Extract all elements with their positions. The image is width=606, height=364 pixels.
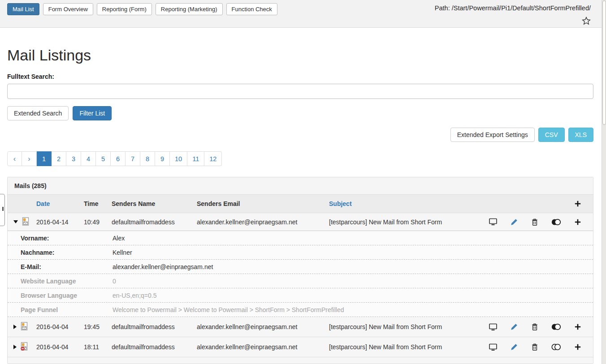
mail-record-hidden-icon[interactable] xyxy=(21,342,28,352)
csv-export-button[interactable]: CSV xyxy=(538,128,565,142)
view-mail-icon[interactable] xyxy=(489,218,497,226)
filter-list-button[interactable]: Filter List xyxy=(73,106,112,120)
fulltext-search-label: Fulltext Search: xyxy=(7,73,593,80)
mail-sender-name: defaultmailfromaddess xyxy=(112,343,197,351)
mail-row[interactable]: 2016-04-04 18:11 defaultmailfromaddess a… xyxy=(8,337,593,357)
expand-caret-icon[interactable] xyxy=(13,345,17,349)
mail-date: 2016-04-04 xyxy=(36,343,84,351)
mail-time: 18:11 xyxy=(84,343,112,351)
collapse-caret-icon[interactable] xyxy=(13,220,18,223)
pagination-page-3[interactable]: 3 xyxy=(66,151,81,166)
tab-reporting-form[interactable]: Reporting (Form) xyxy=(97,3,152,15)
page-path: Path: /Start/Powermail/Pi1/Default/Short… xyxy=(435,4,591,12)
detail-label: Page Funnel xyxy=(21,306,113,313)
pagination-page-2[interactable]: 2 xyxy=(52,151,66,166)
mail-date: 2016-04-04 xyxy=(36,323,84,330)
column-header-date[interactable]: Date xyxy=(36,200,84,207)
mail-record-icon[interactable] xyxy=(22,217,29,227)
delete-mail-icon[interactable] xyxy=(532,343,538,351)
delete-mail-icon[interactable] xyxy=(532,323,538,330)
scrollbar-thumb[interactable] xyxy=(602,0,606,125)
mail-subject: [testparcours] New Mail from Short Form xyxy=(329,218,489,226)
mail-sender-name: defaultmailfromaddess xyxy=(112,218,197,226)
detail-row: Browser Language en-US,en;q=0.5 xyxy=(8,288,593,303)
pagination-page-12[interactable]: 12 xyxy=(204,151,222,166)
detail-label: Website Language xyxy=(21,278,113,285)
nav-collapse-mark-icon xyxy=(2,207,4,211)
module-tabs: Mail List Form Overview Reporting (Form)… xyxy=(7,3,277,15)
page-title: Mail Listings xyxy=(7,47,593,64)
fulltext-search-input[interactable] xyxy=(7,84,593,99)
add-mail-icon[interactable] xyxy=(574,343,581,351)
mail-sender-email: alexander.kellner@einpraegsam.net xyxy=(197,218,329,226)
mail-date: 2016-04-14 xyxy=(36,218,84,226)
mail-sender-name: defaultmailfromaddess xyxy=(112,323,197,330)
expand-caret-icon[interactable] xyxy=(13,325,17,329)
mail-subject: [testparcours] New Mail from Short Form xyxy=(329,323,489,330)
toggle-visibility-off-icon[interactable] xyxy=(551,343,561,351)
tab-reporting-marketing[interactable]: Reporting (Marketing) xyxy=(156,3,223,15)
edit-mail-icon[interactable] xyxy=(511,343,518,351)
mail-sender-email: alexander.kellner@einpraegsam.net xyxy=(197,343,329,351)
bookmark-star-icon[interactable] xyxy=(582,17,591,26)
pagination-page-7[interactable]: 7 xyxy=(126,151,140,166)
mail-time: 19:45 xyxy=(84,323,112,330)
export-buttons-row: Extended Export Settings CSV XLS xyxy=(7,128,593,142)
extended-search-button[interactable]: Extended Search xyxy=(7,106,69,120)
mail-record-icon[interactable] xyxy=(21,322,28,332)
mails-panel-title: Mails (285) xyxy=(8,177,593,195)
pagination-page-1[interactable]: 1 xyxy=(37,151,52,166)
main-content: Mail Listings Fulltext Search: Extended … xyxy=(7,28,593,364)
pagination-page-5[interactable]: 5 xyxy=(96,151,111,166)
add-column-icon[interactable] xyxy=(574,200,581,207)
detail-row: Vorname: Alex xyxy=(8,231,593,245)
view-mail-icon[interactable] xyxy=(489,323,497,331)
edit-mail-icon[interactable] xyxy=(511,218,518,226)
delete-mail-icon[interactable] xyxy=(532,218,538,226)
pagination-page-4[interactable]: 4 xyxy=(81,151,96,166)
detail-label: Browser Language xyxy=(21,292,113,299)
pagination-page-11[interactable]: 11 xyxy=(187,151,204,166)
mail-row-cutoff xyxy=(8,357,593,364)
pagination: ‹ › 1 2 3 4 5 6 7 8 9 10 11 12 xyxy=(7,151,222,166)
detail-value: Welcome to Powermail > Welcome to Powerm… xyxy=(113,306,344,313)
xls-export-button[interactable]: XLS xyxy=(568,128,593,142)
detail-row: Website Language 0 xyxy=(8,274,593,288)
mail-subject: [testparcours] New Mail from Short Form xyxy=(329,343,489,351)
detail-value: en-US,en;q=0.5 xyxy=(113,292,156,299)
toggle-visibility-on-icon[interactable] xyxy=(551,218,561,226)
add-mail-icon[interactable] xyxy=(574,218,581,226)
detail-row: Page Funnel Welcome to Powermail > Welco… xyxy=(8,303,593,317)
pagination-next[interactable]: › xyxy=(22,151,37,166)
detail-label: Vorname: xyxy=(21,235,113,242)
column-header-time: Time xyxy=(84,200,112,207)
extended-export-settings-button[interactable]: Extended Export Settings xyxy=(450,128,535,142)
tab-function-check[interactable]: Function Check xyxy=(226,3,277,15)
scrollbar[interactable] xyxy=(602,0,606,364)
column-header-senders-email: Senders Email xyxy=(197,200,329,207)
add-mail-icon[interactable] xyxy=(574,323,581,330)
detail-label: Nachname: xyxy=(21,249,113,256)
pagination-page-9[interactable]: 9 xyxy=(155,151,170,166)
detail-value: Kellner xyxy=(113,249,132,256)
filter-buttons-row: Extended Search Filter List xyxy=(7,106,593,120)
toggle-visibility-on-icon[interactable] xyxy=(551,323,561,330)
detail-row: Nachname: Kellner xyxy=(8,245,593,260)
pagination-page-8[interactable]: 8 xyxy=(140,151,155,166)
pagination-page-10[interactable]: 10 xyxy=(170,151,187,166)
pagination-page-6[interactable]: 6 xyxy=(111,151,126,166)
edit-mail-icon[interactable] xyxy=(511,323,518,330)
mails-panel: Mails (285) Date Time Senders Name Sende… xyxy=(7,177,593,364)
nav-collapse-handle[interactable] xyxy=(0,194,5,226)
mail-row[interactable]: 2016-04-04 19:45 defaultmailfromaddess a… xyxy=(8,317,593,337)
tab-mail-list[interactable]: Mail List xyxy=(7,3,39,15)
detail-value: Alex xyxy=(113,235,125,242)
detail-row: E-Mail: alexander.kellner@einpraegsam.ne… xyxy=(8,260,593,274)
column-header-subject[interactable]: Subject xyxy=(329,200,489,207)
tab-form-overview[interactable]: Form Overview xyxy=(43,3,93,15)
pagination-prev[interactable]: ‹ xyxy=(7,151,22,166)
view-mail-icon[interactable] xyxy=(489,343,497,351)
top-toolbar: Mail List Form Overview Reporting (Form)… xyxy=(0,0,602,28)
column-header-senders-name: Senders Name xyxy=(112,200,197,207)
mail-row[interactable]: 2016-04-14 10:49 defaultmailfromaddess a… xyxy=(8,213,593,231)
